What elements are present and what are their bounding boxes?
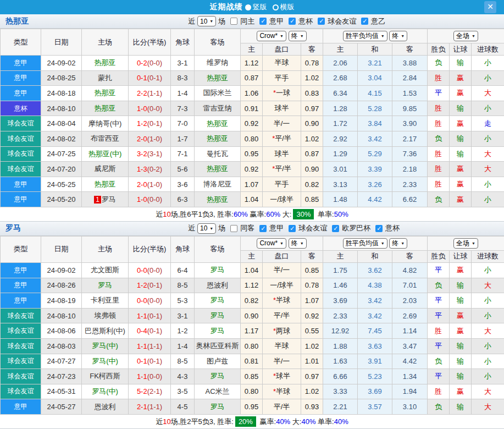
filter-league-label[interactable]: 意甲 bbox=[269, 16, 284, 26]
checked-checkbox-icon[interactable]: ✓ bbox=[259, 18, 267, 25]
rounds-select[interactable]: 10▼ bbox=[197, 16, 216, 26]
avg-select[interactable]: 胜平负均值▼ bbox=[343, 31, 387, 41]
chevron-down-icon: ▼ bbox=[381, 34, 385, 38]
result-goals: 大 bbox=[472, 323, 504, 339]
fulltime-select[interactable]: 全场▼ bbox=[453, 238, 478, 249]
subcolumn-header: 进球数 bbox=[472, 43, 504, 56]
odds-home: 1.07 bbox=[241, 177, 263, 192]
odds-away: 1.07 bbox=[301, 293, 323, 309]
match-date: 24-09-02 bbox=[41, 56, 82, 71]
result-outcome: 负 bbox=[428, 56, 450, 71]
radio-horizontal-icon[interactable] bbox=[273, 4, 279, 10]
odds-home: 0.95 bbox=[241, 146, 263, 162]
avg-draw: 3.42 bbox=[358, 293, 392, 309]
company-select[interactable]: Crow*▼ bbox=[257, 31, 286, 41]
checked-checkbox-icon[interactable]: ✓ bbox=[289, 18, 296, 25]
filter-league-label[interactable]: 球会友谊 bbox=[298, 223, 327, 233]
result-handicap: 输 bbox=[450, 56, 472, 71]
filter-league-label[interactable]: 意乙 bbox=[371, 16, 385, 26]
final-select[interactable]: 终▼ bbox=[389, 31, 407, 41]
unchecked-checkbox-icon[interactable] bbox=[230, 225, 237, 232]
odds-away: 0.85 bbox=[301, 192, 323, 207]
result-outcome: 负 bbox=[428, 131, 450, 146]
avg-win: 12.92 bbox=[323, 323, 358, 339]
filter-league-label[interactable]: 意杯 bbox=[385, 223, 400, 233]
score-halftime: 0-2(0-0) bbox=[129, 56, 171, 71]
league-type-badge: 球会友谊 bbox=[1, 116, 41, 131]
radio-vertical-icon[interactable] bbox=[245, 4, 251, 10]
avg-lose: 3.10 bbox=[392, 399, 428, 415]
result-outcome: 负 bbox=[428, 278, 450, 293]
summary-segment: 赢率: bbox=[248, 210, 266, 218]
away-team: 国际米兰 bbox=[195, 86, 241, 101]
checked-checkbox-icon[interactable]: ✓ bbox=[332, 225, 339, 232]
handicap-star: * bbox=[273, 296, 276, 304]
table-row: 球会友谊24-08-03罗马(中)1-1(1-1)1-4奥林匹亚科斯0.80半球… bbox=[1, 338, 504, 354]
result-handicap: 输 bbox=[450, 293, 472, 309]
odds-away: 1.02 bbox=[301, 131, 323, 146]
league-type-badge: 意甲 bbox=[1, 192, 41, 207]
result-outcome: 胜 bbox=[428, 177, 450, 192]
filter-league-label[interactable]: 欧罗巴杯 bbox=[342, 223, 370, 233]
fulltime-select[interactable]: 全场▼ bbox=[453, 31, 478, 41]
table-row: 球会友谊24-07-20威尼斯1-3(0-2)5-6热那亚0.92*平/半0.9… bbox=[1, 162, 504, 177]
score-halftime: 1-1(0-0) bbox=[129, 369, 171, 384]
home-team: 蒙扎 bbox=[82, 70, 129, 86]
checked-checkbox-icon[interactable]: ✓ bbox=[318, 18, 325, 25]
unchecked-checkbox-icon[interactable] bbox=[230, 18, 237, 25]
checked-checkbox-icon[interactable]: ✓ bbox=[361, 18, 368, 25]
final-select-value: 终 bbox=[291, 239, 298, 248]
fulltime-score: 1-2 bbox=[137, 119, 147, 128]
close-icon[interactable]: ✕ bbox=[484, 1, 496, 13]
odds-away: 0.93 bbox=[301, 399, 323, 415]
away-team: 奥林匹亚科斯 bbox=[195, 338, 241, 354]
filter-league-label[interactable]: 意杯 bbox=[298, 16, 313, 26]
league-type-badge: 意甲 bbox=[1, 262, 41, 278]
corner-count: 4-3 bbox=[171, 369, 195, 384]
filter-league-label[interactable]: 球会友谊 bbox=[328, 16, 356, 26]
column-header: 客场 bbox=[195, 29, 241, 56]
filter-league-label[interactable]: 意甲 bbox=[269, 223, 284, 233]
result-handicap: 赢 bbox=[450, 162, 472, 177]
summary-segment: 场,胜2平5负3, 胜率: bbox=[171, 417, 234, 426]
checked-checkbox-icon[interactable]: ✓ bbox=[375, 225, 383, 232]
home-team: 巴恩斯利(中) bbox=[82, 323, 129, 339]
checked-checkbox-icon[interactable]: ✓ bbox=[289, 225, 296, 232]
rounds-select[interactable]: 10▼ bbox=[197, 223, 216, 234]
result-goals: 小 bbox=[472, 101, 504, 116]
final-select[interactable]: 终▼ bbox=[389, 238, 407, 249]
radio-vertical-label[interactable]: 竖版 bbox=[253, 2, 267, 12]
away-team: 恩波利 bbox=[195, 278, 241, 293]
avg-win: 1.29 bbox=[323, 146, 358, 162]
home-team: 埃弗顿 bbox=[82, 308, 129, 323]
odds-home: 0.92 bbox=[241, 116, 263, 131]
summary-segment: 10 bbox=[163, 417, 170, 426]
score-halftime: 2-0(1-0) bbox=[129, 131, 171, 146]
halftime-score: (1-1) bbox=[147, 403, 162, 411]
handicap-line: 平/半 bbox=[263, 308, 301, 323]
subcolumn-header: 客 bbox=[392, 43, 428, 56]
radio-horizontal-label[interactable]: 横版 bbox=[280, 2, 295, 12]
final-select[interactable]: 终▼ bbox=[289, 31, 307, 41]
score-halftime: 1-2(0-1) bbox=[129, 278, 171, 293]
home-team: 热那亚 bbox=[82, 101, 129, 116]
result-goals: 小 bbox=[472, 369, 504, 384]
corner-count: 3-6 bbox=[171, 177, 195, 192]
rounds-label: 场 bbox=[218, 223, 225, 233]
fulltime-score: 2-0 bbox=[137, 180, 147, 189]
corner-count: 7-0 bbox=[171, 116, 195, 131]
rounds-label: 场 bbox=[218, 16, 225, 26]
same-venue-label[interactable]: 同客 bbox=[240, 223, 254, 233]
final-select[interactable]: 终▼ bbox=[289, 238, 307, 249]
avg-lose: 9.85 bbox=[392, 101, 428, 116]
result-handicap: 赢 bbox=[450, 323, 472, 339]
match-date: 24-08-03 bbox=[41, 338, 82, 354]
result-outcome: 胜 bbox=[428, 384, 450, 399]
corner-count: 1-7 bbox=[171, 131, 195, 146]
checked-checkbox-icon[interactable]: ✓ bbox=[259, 225, 267, 232]
chevron-down-icon: ▼ bbox=[472, 241, 475, 245]
company-select[interactable]: Crow*▼ bbox=[257, 238, 286, 249]
same-venue-label[interactable]: 同主 bbox=[240, 16, 254, 26]
avg-draw: 5.28 bbox=[358, 101, 392, 116]
avg-select[interactable]: 胜平负均值▼ bbox=[343, 238, 387, 249]
